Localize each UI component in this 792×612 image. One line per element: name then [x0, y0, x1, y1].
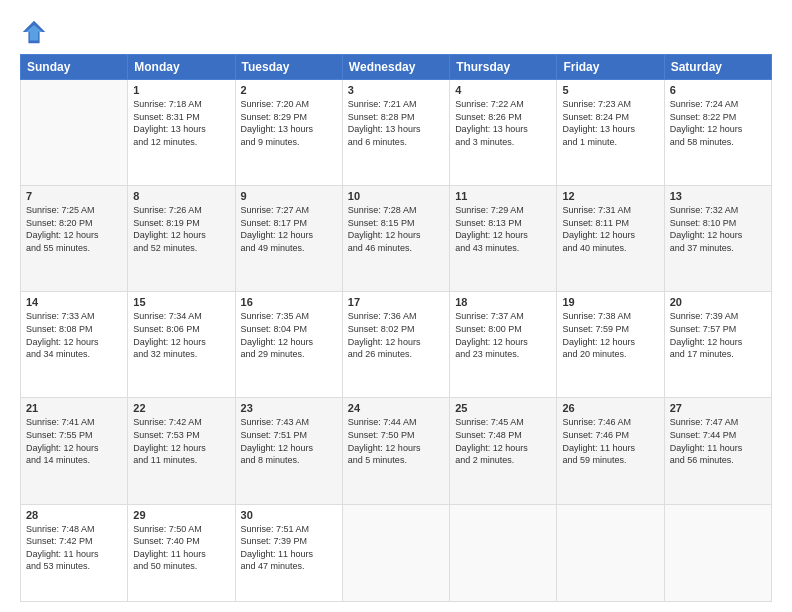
table-row: 11Sunrise: 7:29 AMSunset: 8:13 PMDayligh… — [450, 186, 557, 292]
day-number: 2 — [241, 84, 337, 96]
header — [20, 18, 772, 46]
table-row: 8Sunrise: 7:26 AMSunset: 8:19 PMDaylight… — [128, 186, 235, 292]
cell-content: Sunrise: 7:22 AMSunset: 8:26 PMDaylight:… — [455, 98, 551, 148]
cell-content: Sunrise: 7:21 AMSunset: 8:28 PMDaylight:… — [348, 98, 444, 148]
day-number: 4 — [455, 84, 551, 96]
day-number: 11 — [455, 190, 551, 202]
table-row: 30Sunrise: 7:51 AMSunset: 7:39 PMDayligh… — [235, 504, 342, 601]
table-row: 2Sunrise: 7:20 AMSunset: 8:29 PMDaylight… — [235, 80, 342, 186]
table-row: 25Sunrise: 7:45 AMSunset: 7:48 PMDayligh… — [450, 398, 557, 504]
table-row: 13Sunrise: 7:32 AMSunset: 8:10 PMDayligh… — [664, 186, 771, 292]
day-number: 22 — [133, 402, 229, 414]
cell-content: Sunrise: 7:42 AMSunset: 7:53 PMDaylight:… — [133, 416, 229, 466]
table-row: 26Sunrise: 7:46 AMSunset: 7:46 PMDayligh… — [557, 398, 664, 504]
cell-content: Sunrise: 7:28 AMSunset: 8:15 PMDaylight:… — [348, 204, 444, 254]
day-number: 13 — [670, 190, 766, 202]
cell-content: Sunrise: 7:47 AMSunset: 7:44 PMDaylight:… — [670, 416, 766, 466]
page: Sunday Monday Tuesday Wednesday Thursday… — [0, 0, 792, 612]
day-number: 30 — [241, 509, 337, 521]
table-row: 24Sunrise: 7:44 AMSunset: 7:50 PMDayligh… — [342, 398, 449, 504]
day-number: 12 — [562, 190, 658, 202]
col-tuesday: Tuesday — [235, 55, 342, 80]
day-number: 10 — [348, 190, 444, 202]
cell-content: Sunrise: 7:44 AMSunset: 7:50 PMDaylight:… — [348, 416, 444, 466]
cell-content: Sunrise: 7:43 AMSunset: 7:51 PMDaylight:… — [241, 416, 337, 466]
cell-content: Sunrise: 7:33 AMSunset: 8:08 PMDaylight:… — [26, 310, 122, 360]
day-number: 1 — [133, 84, 229, 96]
day-number: 21 — [26, 402, 122, 414]
day-number: 9 — [241, 190, 337, 202]
cell-content: Sunrise: 7:25 AMSunset: 8:20 PMDaylight:… — [26, 204, 122, 254]
calendar-table: Sunday Monday Tuesday Wednesday Thursday… — [20, 54, 772, 602]
cell-content: Sunrise: 7:36 AMSunset: 8:02 PMDaylight:… — [348, 310, 444, 360]
day-number: 19 — [562, 296, 658, 308]
calendar-week-1: 7Sunrise: 7:25 AMSunset: 8:20 PMDaylight… — [21, 186, 772, 292]
cell-content: Sunrise: 7:38 AMSunset: 7:59 PMDaylight:… — [562, 310, 658, 360]
day-number: 8 — [133, 190, 229, 202]
table-row: 7Sunrise: 7:25 AMSunset: 8:20 PMDaylight… — [21, 186, 128, 292]
calendar-header-row: Sunday Monday Tuesday Wednesday Thursday… — [21, 55, 772, 80]
day-number: 7 — [26, 190, 122, 202]
cell-content: Sunrise: 7:34 AMSunset: 8:06 PMDaylight:… — [133, 310, 229, 360]
day-number: 18 — [455, 296, 551, 308]
calendar-week-3: 21Sunrise: 7:41 AMSunset: 7:55 PMDayligh… — [21, 398, 772, 504]
cell-content: Sunrise: 7:29 AMSunset: 8:13 PMDaylight:… — [455, 204, 551, 254]
col-thursday: Thursday — [450, 55, 557, 80]
day-number: 14 — [26, 296, 122, 308]
table-row: 23Sunrise: 7:43 AMSunset: 7:51 PMDayligh… — [235, 398, 342, 504]
cell-content: Sunrise: 7:48 AMSunset: 7:42 PMDaylight:… — [26, 523, 122, 573]
cell-content: Sunrise: 7:23 AMSunset: 8:24 PMDaylight:… — [562, 98, 658, 148]
day-number: 24 — [348, 402, 444, 414]
table-row: 14Sunrise: 7:33 AMSunset: 8:08 PMDayligh… — [21, 292, 128, 398]
table-row — [342, 504, 449, 601]
calendar-week-0: 1Sunrise: 7:18 AMSunset: 8:31 PMDaylight… — [21, 80, 772, 186]
day-number: 23 — [241, 402, 337, 414]
col-wednesday: Wednesday — [342, 55, 449, 80]
day-number: 17 — [348, 296, 444, 308]
day-number: 27 — [670, 402, 766, 414]
table-row — [557, 504, 664, 601]
table-row: 5Sunrise: 7:23 AMSunset: 8:24 PMDaylight… — [557, 80, 664, 186]
table-row: 19Sunrise: 7:38 AMSunset: 7:59 PMDayligh… — [557, 292, 664, 398]
table-row: 12Sunrise: 7:31 AMSunset: 8:11 PMDayligh… — [557, 186, 664, 292]
table-row: 29Sunrise: 7:50 AMSunset: 7:40 PMDayligh… — [128, 504, 235, 601]
cell-content: Sunrise: 7:31 AMSunset: 8:11 PMDaylight:… — [562, 204, 658, 254]
col-sunday: Sunday — [21, 55, 128, 80]
cell-content: Sunrise: 7:46 AMSunset: 7:46 PMDaylight:… — [562, 416, 658, 466]
col-saturday: Saturday — [664, 55, 771, 80]
table-row — [450, 504, 557, 601]
table-row: 3Sunrise: 7:21 AMSunset: 8:28 PMDaylight… — [342, 80, 449, 186]
day-number: 26 — [562, 402, 658, 414]
table-row: 22Sunrise: 7:42 AMSunset: 7:53 PMDayligh… — [128, 398, 235, 504]
table-row: 15Sunrise: 7:34 AMSunset: 8:06 PMDayligh… — [128, 292, 235, 398]
cell-content: Sunrise: 7:27 AMSunset: 8:17 PMDaylight:… — [241, 204, 337, 254]
table-row: 18Sunrise: 7:37 AMSunset: 8:00 PMDayligh… — [450, 292, 557, 398]
cell-content: Sunrise: 7:50 AMSunset: 7:40 PMDaylight:… — [133, 523, 229, 573]
table-row: 1Sunrise: 7:18 AMSunset: 8:31 PMDaylight… — [128, 80, 235, 186]
cell-content: Sunrise: 7:41 AMSunset: 7:55 PMDaylight:… — [26, 416, 122, 466]
cell-content: Sunrise: 7:39 AMSunset: 7:57 PMDaylight:… — [670, 310, 766, 360]
day-number: 20 — [670, 296, 766, 308]
day-number: 15 — [133, 296, 229, 308]
cell-content: Sunrise: 7:45 AMSunset: 7:48 PMDaylight:… — [455, 416, 551, 466]
table-row: 16Sunrise: 7:35 AMSunset: 8:04 PMDayligh… — [235, 292, 342, 398]
table-row: 6Sunrise: 7:24 AMSunset: 8:22 PMDaylight… — [664, 80, 771, 186]
cell-content: Sunrise: 7:20 AMSunset: 8:29 PMDaylight:… — [241, 98, 337, 148]
day-number: 6 — [670, 84, 766, 96]
table-row: 28Sunrise: 7:48 AMSunset: 7:42 PMDayligh… — [21, 504, 128, 601]
cell-content: Sunrise: 7:37 AMSunset: 8:00 PMDaylight:… — [455, 310, 551, 360]
calendar-week-2: 14Sunrise: 7:33 AMSunset: 8:08 PMDayligh… — [21, 292, 772, 398]
table-row: 17Sunrise: 7:36 AMSunset: 8:02 PMDayligh… — [342, 292, 449, 398]
table-row: 27Sunrise: 7:47 AMSunset: 7:44 PMDayligh… — [664, 398, 771, 504]
cell-content: Sunrise: 7:26 AMSunset: 8:19 PMDaylight:… — [133, 204, 229, 254]
table-row: 4Sunrise: 7:22 AMSunset: 8:26 PMDaylight… — [450, 80, 557, 186]
logo-icon — [20, 18, 48, 46]
cell-content: Sunrise: 7:24 AMSunset: 8:22 PMDaylight:… — [670, 98, 766, 148]
day-number: 29 — [133, 509, 229, 521]
cell-content: Sunrise: 7:35 AMSunset: 8:04 PMDaylight:… — [241, 310, 337, 360]
day-number: 16 — [241, 296, 337, 308]
table-row: 9Sunrise: 7:27 AMSunset: 8:17 PMDaylight… — [235, 186, 342, 292]
day-number: 25 — [455, 402, 551, 414]
table-row: 21Sunrise: 7:41 AMSunset: 7:55 PMDayligh… — [21, 398, 128, 504]
day-number: 28 — [26, 509, 122, 521]
